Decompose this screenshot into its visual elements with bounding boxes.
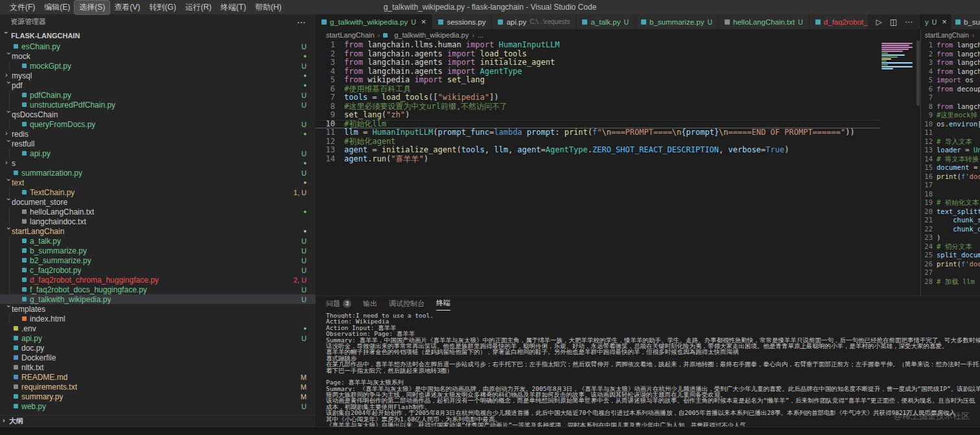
tree-file-.env[interactable]: .env●	[0, 323, 316, 333]
code-line[interactable]: 14# 将文本转换	[921, 155, 980, 164]
code-line[interactable]: 13loader = Un	[921, 146, 980, 155]
tree-file-requirements.txt[interactable]: requirements.txtM	[0, 382, 316, 392]
tree-file-api.py[interactable]: api.pyU	[0, 148, 316, 158]
code-line[interactable]: 2from langchain.agents import load_tools	[316, 50, 880, 59]
code-line[interactable]: 8#这里必须要设置为中文url前缀,不然访问不了	[316, 102, 880, 112]
tree-file-b_summarize.py[interactable]: b_summarize.pyU	[0, 246, 316, 255]
tab-sessions.py[interactable]: sessions.py	[432, 14, 492, 29]
code-lines[interactable]: 1from langchain.llms.human import HumanI…	[316, 41, 880, 296]
code-line[interactable]: 9set_lang("zh")	[316, 111, 880, 120]
code-line[interactable]: 9#这里mock掉	[921, 111, 980, 120]
tree-file-README.md[interactable]: README.mdM	[0, 372, 316, 382]
tree-folder-qsDocsChain[interactable]: ›qsDocsChain	[0, 110, 316, 119]
code-line[interactable]: 4from langchain.agents import AgentType	[316, 67, 880, 76]
tree-file-c_faq2robot.py[interactable]: c_faq2robot.pyU	[0, 265, 316, 275]
menu-终端(T)[interactable]: 终端(T)	[216, 1, 250, 14]
panel-tab-问题[interactable]: 问题3	[326, 296, 351, 311]
tree-folder-document_store[interactable]: ›document_store	[0, 197, 316, 207]
code-line[interactable]: 19# 初始化文本	[921, 198, 980, 207]
editor-scrollbar[interactable]	[916, 41, 920, 296]
tab-a_talk.py[interactable]: a_talk.pyU	[576, 14, 635, 29]
tree-folder-mock[interactable]: ›mock●	[0, 51, 316, 61]
code-line[interactable]: 5import os	[921, 76, 980, 85]
panel-tab-终端[interactable]: 终端	[436, 296, 450, 311]
code-line[interactable]: 6from decoup	[921, 85, 980, 94]
code-line[interactable]: 25split_docum	[921, 251, 980, 260]
tab-g_talkwith_wikipedia.py[interactable]: g_talkwith_wikipedia.pyU×	[316, 14, 432, 29]
project-section-header[interactable]: › FLASK-LANGCHAIN	[0, 29, 316, 41]
code-line[interactable]: 22 chunk_o	[921, 225, 980, 234]
code-line[interactable]: 11llm = HumanInputLLM(prompt_func=lambda…	[316, 128, 880, 137]
tree-file-TextChain.py[interactable]: TextChain.py1, U	[0, 187, 316, 197]
code-line[interactable]: 18	[921, 190, 980, 199]
tree-file-web.py[interactable]: web.pyU	[0, 401, 316, 411]
scrollbar-slider[interactable]	[916, 41, 920, 106]
tree-file-langchaindoc.txt[interactable]: langchaindoc.txt	[0, 217, 316, 226]
tab-b_summarize.py[interactable]: b_summarize.pyU	[635, 14, 719, 29]
code-line[interactable]: 14agent.run("喜羊羊")	[316, 155, 880, 164]
close-icon[interactable]: ×	[942, 18, 947, 26]
run-python-file-icon[interactable]: ▷	[876, 18, 881, 27]
code-line[interactable]: 8from langch	[921, 102, 980, 112]
code-line[interactable]: 12# 导入文本	[921, 137, 980, 147]
tree-file-doc.py[interactable]: doc.py	[0, 343, 316, 353]
panel-tab-调试控制台[interactable]: 调试控制台	[389, 296, 425, 311]
code-editor[interactable]: 1from langchain.llms.human import HumanI…	[316, 41, 920, 296]
tree-file-a_talk.py[interactable]: a_talk.pyU	[0, 236, 316, 246]
menu-选择(S)[interactable]: 选择(S)	[75, 1, 110, 14]
tree-folder-templates[interactable]: ›templates	[0, 304, 316, 314]
tab-b_summariz[interactable]: b_summariz	[951, 14, 980, 29]
code-line[interactable]: 1from langch	[921, 41, 980, 50]
tree-file-b2_summarize.py[interactable]: b2_summarize.pyU	[0, 255, 316, 265]
code-line[interactable]: 26print(f'doc	[921, 260, 980, 269]
code-line[interactable]: 21 chunk_s	[921, 216, 980, 225]
code-line[interactable]: 6#使用维基百科工具	[316, 85, 880, 94]
code-line[interactable]: 24# 切分文本	[921, 242, 980, 252]
right-code-lines[interactable]: 1from langch2from langch3from langch4fro…	[921, 41, 980, 296]
code-line[interactable]: 16print(f'doc	[921, 172, 980, 182]
tree-file-g_talkwith_wikipedia.py[interactable]: g_talkwith_wikipedia.pyU	[0, 294, 316, 304]
minimap[interactable]	[880, 41, 916, 296]
code-line[interactable]: 3from langch	[921, 58, 980, 67]
menu-查看(V)[interactable]: 查看(V)	[110, 1, 145, 14]
code-line[interactable]: 12#初始化agent	[316, 137, 880, 147]
code-line[interactable]: 10os.environ[	[921, 120, 980, 129]
menu-运行(R)[interactable]: 运行(R)	[181, 1, 216, 14]
tree-file-pdfChain.py[interactable]: pdfChain.pyU	[0, 90, 316, 100]
tree-file-esChain.py[interactable]: esChain.pyU	[0, 41, 316, 51]
tree-file-mockGpt.py[interactable]: mockGpt.pyU	[0, 61, 316, 71]
tree-folder-redis[interactable]: ›redis●	[0, 129, 316, 139]
menu-编辑(E)[interactable]: 编辑(E)	[40, 1, 75, 14]
tree-folder-s[interactable]: ›s●	[0, 158, 316, 168]
tree-folder-startLangChain[interactable]: ›startLangChain●	[0, 226, 316, 236]
breadcrumb-item[interactable]: g_talkwith_wikipedia.py	[394, 31, 469, 39]
code-line[interactable]: 27	[921, 268, 980, 277]
tree-file-d_faq2robot_chroma_huggingface.py[interactable]: d_faq2robot_chroma_huggingface.py2, U	[0, 275, 316, 285]
tree-folder-restfull[interactable]: ›restfull	[0, 139, 316, 148]
split-editor-icon[interactable]: ◫	[890, 18, 897, 27]
code-line[interactable]: 28# 加载 llm	[921, 277, 980, 287]
code-line[interactable]: 20text_splitt	[921, 207, 980, 217]
tree-file-index.html[interactable]: index.html	[0, 314, 316, 323]
code-line[interactable]: 15document =	[921, 163, 980, 172]
code-line[interactable]: 4from langch	[921, 67, 980, 76]
code-line[interactable]: 10#初始化llm	[316, 120, 880, 129]
code-line[interactable]: 13agent = initialize_agent(tools, llm, a…	[316, 146, 880, 155]
tree-file-summarization.py[interactable]: summarization.pyU	[0, 168, 316, 178]
tab-api.py[interactable]: api.pyC:\...\requests	[492, 14, 576, 29]
tree-folder-text[interactable]: ›text●	[0, 178, 316, 187]
close-icon[interactable]: ×	[421, 18, 426, 26]
tab-d_faq2robot_chroma_huggingface.py[interactable]: d_faq2robot_chroma_huggingface.py2, U	[810, 14, 869, 29]
code-line[interactable]: 17	[921, 181, 980, 190]
terminal-output[interactable]: Thought:I need to use a tool.Action: Wik…	[326, 311, 980, 427]
code-line[interactable]: 5from wikipedia import set_lang	[316, 76, 880, 85]
tree-file-nltk.txt[interactable]: nltk.txt	[0, 362, 316, 372]
menu-文件(F)[interactable]: 文件(F)	[5, 1, 40, 14]
more-actions-icon[interactable]: ⋯	[905, 18, 913, 27]
more-actions-icon[interactable]: ⋯	[297, 17, 307, 27]
breadcrumb-item[interactable]: ...	[478, 31, 484, 39]
tab-helloLangChain.txt[interactable]: helloLangChain.txtU	[719, 14, 810, 29]
code-line[interactable]: 23)	[921, 233, 980, 242]
tree-file-Dockerfile[interactable]: Dockerfile	[0, 353, 316, 362]
outline-section-header[interactable]: › 大纲	[0, 415, 316, 427]
